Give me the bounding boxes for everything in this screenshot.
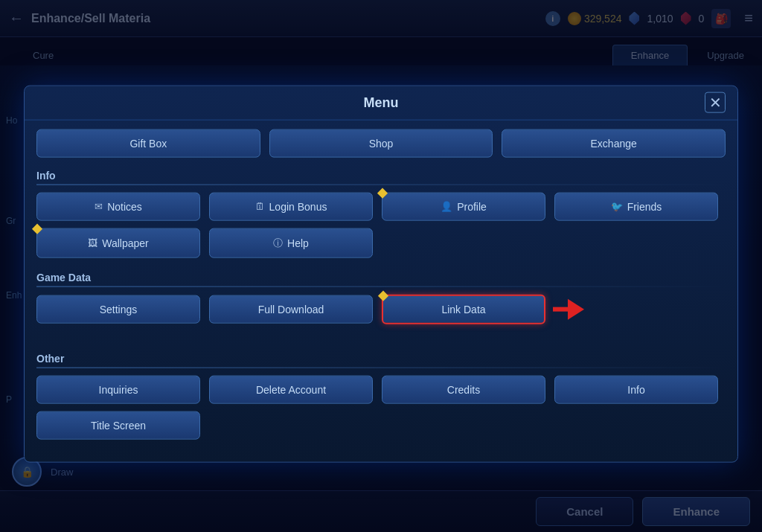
wallpaper-button[interactable]: 🖼 Wallpaper <box>36 228 200 257</box>
info-label: Info <box>627 383 644 395</box>
help-button[interactable]: ⓘ Help <box>209 228 373 257</box>
wallpaper-icon: 🖼 <box>88 237 97 249</box>
friends-label: Friends <box>627 200 662 212</box>
link-data-wrapper: Link Data <box>382 294 584 324</box>
other-row-1: Inquiries Delete Account Credits Info <box>25 375 737 411</box>
notices-label: Notices <box>107 200 142 212</box>
full-download-label: Full Download <box>258 303 324 315</box>
info-button[interactable]: Info <box>554 375 718 403</box>
modal-header: Menu ✕ <box>25 86 737 120</box>
inquiries-label: Inquiries <box>99 383 138 395</box>
link-data-label: Link Data <box>441 303 485 315</box>
link-data-button[interactable]: Link Data <box>382 294 545 324</box>
modal-close-button[interactable]: ✕ <box>705 92 726 113</box>
full-download-button[interactable]: Full Download <box>209 295 373 323</box>
wallpaper-label: Wallpaper <box>102 237 149 249</box>
info-row-1: ✉ Notices 🗓 Login Bonus 👤 Profile 🐦 Frie… <box>25 192 737 228</box>
title-screen-button[interactable]: Title Screen <box>36 411 200 439</box>
login-bonus-icon: 🗓 <box>255 201 265 212</box>
delete-account-label: Delete Account <box>256 383 326 395</box>
profile-diamond-indicator <box>377 188 388 198</box>
notices-button[interactable]: ✉ Notices <box>36 192 200 220</box>
exchange-label: Exchange <box>591 137 637 149</box>
other-row-2: Title Screen <box>25 411 737 446</box>
menu-modal: Menu ✕ Gift Box Shop Exchange Info ✉ Not… <box>24 85 738 462</box>
title-screen-label: Title Screen <box>91 419 146 431</box>
section-other-divider <box>36 367 726 368</box>
profile-button[interactable]: 👤 Profile <box>382 192 545 220</box>
login-bonus-button[interactable]: 🗓 Login Bonus <box>209 192 373 220</box>
section-other-header: Other <box>25 346 737 367</box>
spacer <box>25 331 737 346</box>
section-gamedata-divider <box>36 286 726 286</box>
shop-label: Shop <box>369 137 394 149</box>
friends-button[interactable]: 🐦 Friends <box>554 192 718 220</box>
settings-button[interactable]: Settings <box>36 295 200 323</box>
login-bonus-label: Login Bonus <box>269 200 327 212</box>
modal-title: Menu <box>364 94 399 110</box>
section-gamedata-header: Game Data <box>25 265 737 286</box>
help-icon: ⓘ <box>273 236 283 249</box>
section-info-divider <box>36 184 726 185</box>
delete-account-button[interactable]: Delete Account <box>209 375 373 403</box>
inquiries-button[interactable]: Inquiries <box>36 375 200 403</box>
info-row-2: 🖼 Wallpaper ⓘ Help <box>25 228 737 265</box>
red-arrow-indicator <box>553 298 584 319</box>
gift-box-button[interactable]: Gift Box <box>36 129 260 157</box>
exchange-button[interactable]: Exchange <box>502 129 726 157</box>
settings-label: Settings <box>100 303 138 315</box>
link-data-diamond-indicator <box>378 290 388 301</box>
credits-label: Credits <box>447 383 480 395</box>
shop-button[interactable]: Shop <box>269 129 493 157</box>
profile-icon: 👤 <box>441 201 452 212</box>
profile-label: Profile <box>457 200 487 212</box>
credits-button[interactable]: Credits <box>382 375 545 403</box>
help-label: Help <box>287 237 309 249</box>
top-buttons-row: Gift Box Shop Exchange <box>25 120 737 163</box>
gift-box-label: Gift Box <box>129 137 167 149</box>
gamedata-row-1: Settings Full Download Link Data <box>25 294 737 331</box>
arrow-shaft <box>553 307 568 311</box>
arrow-head <box>568 298 584 319</box>
friends-icon: 🐦 <box>611 201 623 212</box>
section-info-header: Info <box>25 163 737 184</box>
notices-icon: ✉ <box>95 201 103 212</box>
